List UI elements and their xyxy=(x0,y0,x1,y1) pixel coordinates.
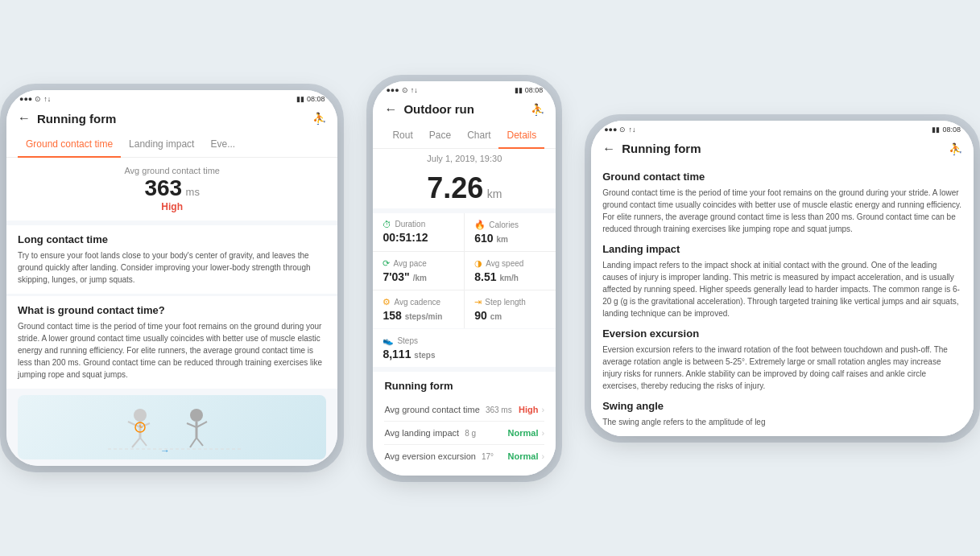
chevron-icon-gct: › xyxy=(541,405,544,414)
info-body-3: The swing angle refers to the amplitude … xyxy=(602,416,962,428)
svg-text:→: → xyxy=(160,445,170,455)
svg-line-10 xyxy=(190,438,196,447)
tab-details[interactable]: Details xyxy=(498,123,544,149)
section1-body: Try to ensure your foot lands close to y… xyxy=(18,249,326,286)
chevron-icon-eversion: › xyxy=(541,451,544,461)
stat-avg-pace: ⟳ Avg pace 7'03" /km xyxy=(373,252,464,290)
status-right-2: ▮▮ 08:08 xyxy=(515,86,544,94)
stat-steps: 👟 Steps 8,111 steps xyxy=(373,329,556,367)
tab-landing-impact[interactable]: Landing impact xyxy=(121,132,202,158)
network-icon-1: ↑↓ xyxy=(43,95,51,103)
time-2: 08:08 xyxy=(525,86,544,94)
signal-icon-1: ●●● xyxy=(19,95,32,103)
page-title-2: Outdoor run xyxy=(403,102,524,116)
tab-ground-contact[interactable]: Ground contact time xyxy=(18,132,121,158)
phones-container: ●●● ⊙ ↑↓ ▮▮ 08:08 ← Running form ⛹ xyxy=(0,75,980,482)
svg-line-4 xyxy=(132,438,140,447)
form-row-landing[interactable]: Avg landing impact 8 g Normal › xyxy=(384,422,544,445)
phone-3-body: ●●● ⊙ ↑↓ ▮▮ 08:08 ← Running form ⛹ xyxy=(591,121,974,436)
back-button-3[interactable]: ← xyxy=(602,142,615,156)
stat-avg-cadence: ⚙ Avg cadence 158 steps/min xyxy=(373,290,464,328)
phone-2-body: ●●● ⊙ ↑↓ ▮▮ 08:08 ← Outdoor run ⛹ xyxy=(373,81,556,476)
stat-calories: 🔥 Calories 610 km xyxy=(465,213,556,251)
back-button-2[interactable]: ← xyxy=(384,102,397,117)
info-title-0: Ground contact time xyxy=(602,171,962,183)
stat-cadence-value: 158 steps/min xyxy=(382,309,454,322)
status-right-3: ▮▮ 08:08 xyxy=(932,126,961,134)
landing-status: Normal xyxy=(508,428,539,438)
distance-unit: km xyxy=(487,187,502,200)
eversion-status: Normal xyxy=(508,451,539,461)
svg-line-11 xyxy=(196,438,203,446)
battery-icon-3: ▮▮ xyxy=(932,126,940,134)
header-3: ← Running form ⛹ xyxy=(591,135,974,163)
info-body-0: Ground contact time is the period of tim… xyxy=(602,187,962,235)
phone-2: ●●● ⊙ ↑↓ ▮▮ 08:08 ← Outdoor run ⛹ xyxy=(366,75,562,482)
running-form-title: Running form xyxy=(384,380,544,392)
stat-pace-value: 7'03" /km xyxy=(382,270,454,283)
form-row-eversion[interactable]: Avg eversion excursion 17° Normal › xyxy=(384,445,544,467)
time-3: 08:08 xyxy=(942,126,961,134)
time-1: 08:08 xyxy=(307,95,325,103)
page-title-1: Running form xyxy=(37,112,306,126)
metric-label-1: Avg ground contact time xyxy=(14,166,329,175)
gct-status: High xyxy=(519,405,538,414)
form-row-gct[interactable]: Avg ground contact time 363 ms High › xyxy=(384,398,544,422)
info-title-1: Landing impact xyxy=(602,243,962,255)
info-title-3: Swing angle xyxy=(602,400,962,412)
battery-icon-1: ▮▮ xyxy=(296,95,304,103)
svg-line-8 xyxy=(187,423,196,427)
tab-chart[interactable]: Chart xyxy=(459,123,498,149)
phone-3: ●●● ⊙ ↑↓ ▮▮ 08:08 ← Running form ⛹ xyxy=(585,114,980,443)
metric-unit-1: ms xyxy=(186,186,200,198)
stats-grid: ⏱ Duration 00:51:12 🔥 Calories 610 km xyxy=(373,213,556,328)
status-left-3: ●●● ⊙ ↑↓ xyxy=(604,126,635,134)
stat-step-length-value: 90 cm xyxy=(474,309,546,322)
stat-speed-value: 8.51 km/h xyxy=(474,270,546,283)
info-body-1: Landing impact refers to the impact shoc… xyxy=(602,259,962,319)
svg-line-5 xyxy=(140,438,147,446)
tab-eversion[interactable]: Eve... xyxy=(202,132,243,158)
header-1: ← Running form ⛹ xyxy=(6,105,337,132)
metric-status-1: High xyxy=(14,201,329,212)
battery-icon-2: ▮▮ xyxy=(515,86,523,94)
back-button-1[interactable]: ← xyxy=(18,111,31,126)
signal-icon-2: ●●● xyxy=(386,86,399,94)
info-title-2: Eversion excursion xyxy=(602,327,962,340)
phone-2-screen: ●●● ⊙ ↑↓ ▮▮ 08:08 ← Outdoor run ⛹ xyxy=(373,81,556,476)
svg-point-0 xyxy=(134,409,147,422)
status-bar-2: ●●● ⊙ ↑↓ ▮▮ 08:08 xyxy=(373,81,556,96)
header-2: ← Outdoor run ⛹ xyxy=(373,96,556,123)
wifi-icon-2: ⊙ xyxy=(402,86,408,94)
stat-duration-value: 00:51:12 xyxy=(382,231,454,244)
network-icon-3: ↑↓ xyxy=(628,126,635,134)
distance-value: 7.26 xyxy=(427,171,483,204)
tab-bar-2: Rout Pace Chart Details xyxy=(373,123,556,149)
run-icon-2: ⛹ xyxy=(531,103,544,116)
section1-title: Long contact time xyxy=(18,233,326,245)
run-date: July 1, 2019, 19:30 xyxy=(373,149,556,168)
steps-value: 8,111 steps xyxy=(382,348,546,360)
stat-avg-speed: ◑ Avg speed 8.51 km/h xyxy=(465,252,556,290)
status-right-1: ▮▮ 08:08 xyxy=(296,95,325,103)
status-bar-1: ●●● ⊙ ↑↓ ▮▮ 08:08 xyxy=(6,90,337,105)
running-illustration: → xyxy=(18,395,326,459)
tab-rout[interactable]: Rout xyxy=(384,123,420,149)
info-content: Ground contact time Ground contact time … xyxy=(591,163,974,436)
running-form-section: Running form Avg ground contact time 363… xyxy=(373,372,556,476)
metric-header-1: Avg ground contact time 363 ms High xyxy=(6,158,337,220)
what-is-section: What is ground contact time? Ground cont… xyxy=(6,296,337,389)
page-title-3: Running form xyxy=(622,142,942,155)
phone-1-body: ●●● ⊙ ↑↓ ▮▮ 08:08 ← Running form ⛹ xyxy=(6,90,337,466)
status-bar-3: ●●● ⊙ ↑↓ ▮▮ 08:08 xyxy=(591,121,974,135)
stat-calories-value: 610 km xyxy=(474,232,546,245)
section2-title: What is ground contact time? xyxy=(18,304,326,316)
tab-bar-1: Ground contact time Landing impact Eve..… xyxy=(6,132,337,158)
tab-pace[interactable]: Pace xyxy=(421,123,459,149)
long-contact-section: Long contact time Try to ensure your foo… xyxy=(6,225,337,294)
metric-value-1: 363 xyxy=(144,175,182,200)
runner-svg: → xyxy=(92,399,253,455)
run-icon-3: ⛹ xyxy=(949,142,962,155)
network-icon-2: ↑↓ xyxy=(411,86,418,94)
signal-icon-3: ●●● xyxy=(604,126,617,134)
